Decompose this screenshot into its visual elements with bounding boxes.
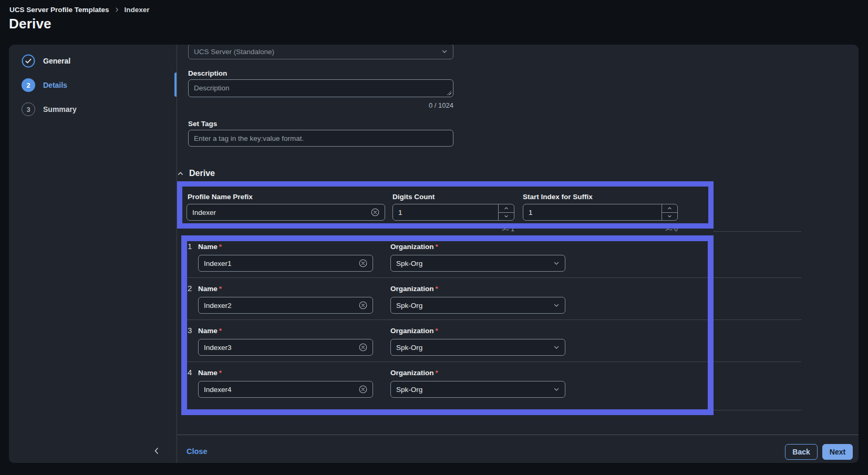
name-label: Name* [198, 369, 222, 377]
next-button[interactable]: Next [822, 444, 853, 460]
required-asterisk: * [219, 369, 222, 377]
required-asterisk: * [219, 327, 222, 335]
stepper-down-icon[interactable] [662, 213, 677, 221]
stepper-down-icon[interactable] [499, 213, 514, 221]
start-index-min-hint: >= 0 [625, 225, 678, 233]
organization-value: Spk-Org [396, 344, 422, 352]
name-input[interactable] [199, 255, 359, 271]
close-link[interactable]: Close [187, 447, 208, 456]
footer-divider [177, 435, 859, 435]
step-general[interactable]: General [9, 49, 177, 73]
name-input[interactable] [199, 381, 359, 397]
name-label: Name* [198, 327, 222, 335]
clear-input-icon[interactable] [359, 259, 367, 267]
breadcrumb: UCS Server Profile Templates Indexer [9, 6, 150, 14]
chevron-down-icon [553, 260, 560, 266]
row-index: 3 [188, 326, 192, 335]
required-asterisk: * [219, 243, 222, 251]
required-asterisk: * [436, 243, 438, 251]
derive-section-toggle[interactable]: Derive [177, 169, 215, 178]
profile-name-prefix-field [187, 204, 385, 221]
breadcrumb-root-link[interactable]: UCS Server Profile Templates [9, 6, 109, 14]
name-label: Name* [198, 243, 222, 251]
row-separator [714, 231, 801, 232]
start-index-label: Start Index for Suffix [523, 193, 593, 201]
active-step-indicator [174, 73, 177, 97]
organization-label: Organization* [390, 369, 438, 377]
number-stepper [498, 204, 514, 220]
start-index-input[interactable] [523, 204, 662, 220]
page-title: Derive [9, 16, 51, 32]
description-textarea[interactable] [189, 80, 453, 97]
wizard-card: General 2 Details 3 Summary UCS Server (… [9, 45, 859, 463]
organization-select[interactable]: Spk-Org [390, 381, 565, 398]
breadcrumb-current: Indexer [125, 6, 150, 14]
organization-label: Organization* [390, 327, 438, 335]
digits-count-label: Digits Count [392, 193, 435, 201]
name-field [198, 381, 373, 398]
derive-row: 4 Name* Organization* Spk-Org [9, 367, 859, 409]
clear-input-icon[interactable] [359, 301, 367, 309]
clear-input-icon[interactable] [359, 343, 367, 352]
name-field [198, 297, 373, 314]
digits-count-input[interactable] [393, 204, 498, 220]
chevron-up-icon [177, 170, 184, 177]
description-counter: 0 / 1024 [188, 101, 453, 109]
target-platform-select: UCS Server (Standalone) [188, 45, 453, 59]
step-details[interactable]: 2 Details [9, 73, 177, 97]
stepper-up-icon[interactable] [662, 204, 677, 213]
step-number-badge: 2 [22, 78, 35, 92]
breadcrumb-chevron-icon [114, 7, 120, 13]
step-general-label: General [43, 57, 70, 65]
name-field [198, 255, 373, 272]
name-input[interactable] [199, 339, 359, 355]
chevron-down-icon [553, 302, 560, 308]
derive-section-title: Derive [189, 169, 215, 178]
derive-row: 2 Name* Organization* Spk-Org [9, 283, 859, 325]
row-index: 4 [188, 368, 192, 377]
organization-select[interactable]: Spk-Org [390, 339, 565, 356]
row-index: 1 [188, 242, 192, 251]
organization-value: Spk-Org [396, 302, 422, 309]
start-index-field [523, 204, 678, 221]
number-stepper [662, 204, 677, 220]
digits-count-min-hint: >= 1 [462, 225, 514, 233]
profile-name-prefix-label: Profile Name Prefix [188, 193, 253, 201]
row-separator [187, 410, 801, 410]
organization-value: Spk-Org [396, 386, 422, 394]
chevron-down-icon [553, 386, 560, 393]
derive-row: 1 Name* Organization* Spk-Org [9, 241, 859, 283]
derive-row: 3 Name* Organization* Spk-Org [9, 325, 859, 367]
set-tags-field-wrap [188, 130, 453, 147]
chevron-down-icon [553, 344, 560, 350]
required-asterisk: * [436, 369, 438, 377]
organization-select[interactable]: Spk-Org [390, 297, 565, 314]
row-index: 2 [188, 284, 192, 293]
stepper-up-icon[interactable] [499, 204, 514, 213]
collapse-sidebar-icon[interactable] [149, 443, 164, 459]
check-circle-icon [22, 54, 35, 68]
resize-grip-icon[interactable] [447, 90, 451, 95]
organization-value: Spk-Org [396, 260, 422, 267]
organization-label: Organization* [390, 285, 438, 293]
name-input[interactable] [199, 297, 359, 313]
description-field-wrap [188, 79, 453, 97]
name-field [198, 339, 373, 356]
set-tags-label: Set Tags [188, 120, 217, 128]
clear-input-icon[interactable] [359, 385, 367, 394]
set-tags-input[interactable] [189, 130, 453, 146]
required-asterisk: * [219, 285, 222, 293]
clear-input-icon[interactable] [371, 208, 379, 216]
step-summary-label: Summary [43, 105, 77, 113]
organization-select[interactable]: Spk-Org [390, 255, 565, 272]
required-asterisk: * [436, 327, 438, 335]
name-label: Name* [198, 285, 222, 293]
back-button[interactable]: Back [785, 444, 818, 460]
profile-name-prefix-input[interactable] [187, 204, 371, 220]
digits-count-field [392, 204, 514, 221]
step-details-label: Details [43, 81, 67, 89]
description-label: Description [188, 69, 227, 77]
organization-label: Organization* [390, 243, 438, 251]
target-platform-value: UCS Server (Standalone) [194, 48, 274, 56]
step-summary[interactable]: 3 Summary [9, 97, 177, 121]
